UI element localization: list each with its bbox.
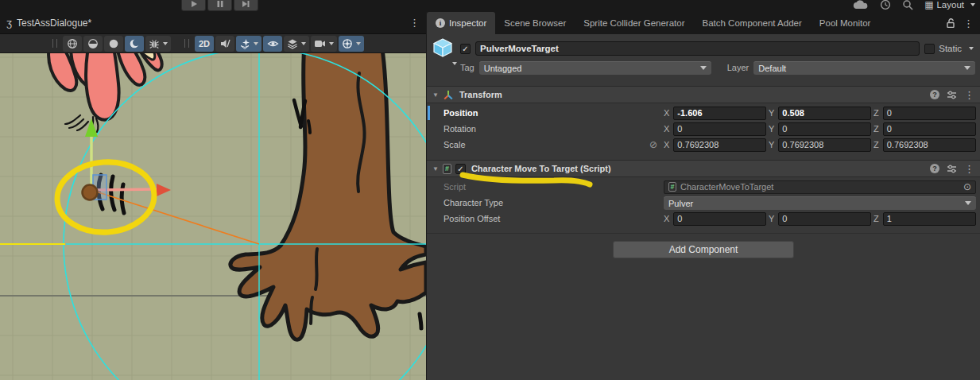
layer-dropdown[interactable]: Default	[753, 61, 975, 75]
toolbar-drag-handle[interactable]	[52, 39, 57, 48]
static-checkbox[interactable]	[924, 44, 935, 54]
tag-dropdown[interactable]: Untagged	[479, 61, 711, 75]
draw-mode-wire-sphere-button[interactable]	[63, 36, 82, 52]
foldout-icon[interactable]: ▼	[432, 165, 439, 173]
step-button[interactable]	[234, 0, 258, 11]
chevron-down-icon	[356, 42, 361, 45]
cloud-icon[interactable]	[853, 0, 869, 10]
layers-button[interactable]	[284, 36, 309, 52]
help-icon[interactable]: ?	[930, 90, 939, 99]
transform-scale-row: Scale ⊘ X0.7692308 Y0.7692308 Z0.7692308	[427, 137, 980, 153]
2d-mode-button[interactable]: 2D	[195, 36, 214, 52]
effects-button[interactable]	[236, 36, 261, 52]
move-gizmo-y-arrowhead[interactable]	[85, 118, 98, 137]
draw-mode-half-sphere-button[interactable]	[83, 36, 103, 52]
character-move-to-target-header[interactable]: ▼ # ✓ Character Move To Target (Script) …	[427, 160, 980, 177]
position-offset-y-field[interactable]: 0	[778, 212, 871, 226]
character-type-value: Pulver	[668, 199, 693, 208]
script-component-title: Character Move To Target (Script)	[471, 164, 611, 173]
gameobject-header: ✓ PulverMoveTarget Static Tag Untagged L…	[427, 34, 980, 76]
grid-icon: ▦	[924, 0, 933, 10]
play-button[interactable]	[181, 0, 206, 11]
tab-label: Batch Component Adder	[703, 18, 802, 28]
rotation-x-field[interactable]: 0	[673, 122, 766, 136]
transform-header[interactable]: ▼ Transform ? ⋮	[427, 86, 980, 103]
pause-button[interactable]	[207, 0, 232, 11]
gameobject-active-checkbox[interactable]: ✓	[460, 44, 471, 54]
gameobject-name-field[interactable]: PulverMoveTarget	[475, 41, 920, 56]
toolbar-drag-handle[interactable]	[184, 39, 189, 48]
layout-dropdown[interactable]: ▦ Layout	[924, 0, 975, 10]
audio-mute-button[interactable]	[215, 36, 234, 52]
scale-link-broken-icon[interactable]: ⊘	[649, 139, 657, 150]
tab-sprite-collider-generator[interactable]: Sprite Collider Generator	[575, 12, 693, 34]
camera-icon	[314, 38, 326, 48]
scene-menu-kebab-icon[interactable]: ⋮	[409, 17, 420, 29]
inspector-panel: i Inspector Scene Browser Sprite Collide…	[426, 12, 980, 380]
inspector-divider	[427, 233, 980, 234]
axis-z-label: Z	[873, 214, 879, 223]
position-offset-label: Position Offset	[444, 214, 500, 223]
gizmo-orbit-button[interactable]	[339, 36, 364, 52]
tab-label: Sprite Collider Generator	[583, 18, 684, 28]
chevron-down-icon	[700, 66, 707, 70]
add-component-button[interactable]: Add Component	[613, 241, 794, 258]
scene-visibility-button[interactable]	[263, 36, 282, 52]
rotation-z-field[interactable]: 0	[883, 122, 976, 136]
scale-y-field[interactable]: 0.7692308	[778, 138, 871, 152]
character-type-label: Character Type	[444, 198, 503, 207]
scene-canvas	[0, 53, 426, 380]
history-icon[interactable]	[880, 0, 891, 10]
check-icon: ✓	[457, 165, 463, 173]
scene-viewport[interactable]	[0, 53, 426, 380]
foldout-icon[interactable]: ▼	[432, 91, 439, 99]
position-offset-x-field[interactable]: 0	[673, 212, 766, 226]
hash-glyph: #	[670, 183, 674, 191]
scale-x-field[interactable]: 0.7692308	[673, 138, 766, 152]
tab-scene-browser[interactable]: Scene Browser	[495, 12, 575, 34]
camera-button[interactable]	[311, 36, 337, 52]
debug-mode-button[interactable]	[145, 36, 171, 52]
component-menu-kebab-icon[interactable]: ⋮	[964, 163, 974, 175]
axis-y-label: Y	[769, 214, 774, 223]
position-y-field[interactable]: 0.508	[778, 107, 871, 120]
hash-glyph: #	[445, 165, 449, 173]
position-x-field[interactable]: -1.606	[673, 107, 766, 120]
search-icon[interactable]	[902, 0, 913, 10]
gameobject-icon-wrap[interactable]	[432, 37, 455, 60]
position-label: Position	[444, 108, 478, 118]
help-icon[interactable]: ?	[930, 164, 939, 173]
scene-panel: ʒ TestAssDialogue* ⋮	[0, 12, 426, 380]
tab-batch-component-adder[interactable]: Batch Component Adder	[694, 12, 811, 34]
move-gizmo-x-arrowhead[interactable]	[157, 184, 171, 196]
character-type-dropdown[interactable]: Pulver	[664, 196, 976, 210]
scene-tab[interactable]: ʒ TestAssDialogue*	[6, 17, 91, 29]
tab-inspector[interactable]: i Inspector	[427, 12, 495, 34]
scene-lighting-button[interactable]	[125, 36, 144, 52]
2d-label: 2D	[199, 39, 210, 48]
check-icon: ✓	[462, 45, 468, 53]
transform-title: Transform	[459, 90, 502, 99]
presets-icon[interactable]	[947, 91, 957, 99]
draw-mode-shaded-button[interactable]	[104, 36, 123, 52]
scale-z-field[interactable]: 0.7692308	[883, 138, 976, 152]
tree-sprite	[230, 53, 426, 339]
tab-pool-monitor[interactable]: Pool Monitor	[811, 12, 880, 34]
character-type-row: Character Type Pulver	[427, 195, 980, 211]
position-z-field[interactable]: 0	[883, 107, 976, 120]
static-dropdown-caret-icon[interactable]	[969, 47, 974, 50]
inspector-tab-bar: i Inspector Scene Browser Sprite Collide…	[427, 12, 980, 34]
lock-open-icon[interactable]	[947, 18, 955, 28]
component-menu-kebab-icon[interactable]: ⋮	[964, 89, 974, 101]
eye-icon	[267, 38, 279, 49]
axis-y-label: Y	[769, 124, 774, 134]
move-target-dot[interactable]	[83, 185, 98, 200]
script-object-field[interactable]: # CharacterMoveToTarget ⊙	[664, 180, 976, 194]
scene-tab-icon: ʒ	[6, 17, 12, 28]
object-picker-icon[interactable]: ⊙	[963, 181, 971, 192]
component-enabled-checkbox[interactable]: ✓	[455, 164, 466, 174]
rotation-y-field[interactable]: 0	[778, 122, 871, 136]
inspector-menu-kebab-icon[interactable]: ⋮	[963, 17, 974, 29]
presets-icon[interactable]	[947, 165, 957, 173]
position-offset-z-field[interactable]: 1	[883, 212, 976, 226]
